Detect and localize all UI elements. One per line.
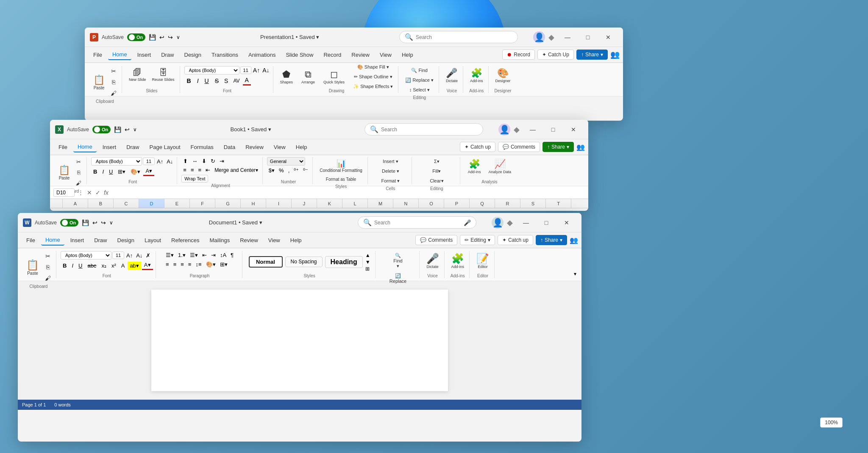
word-multilevel-btn[interactable]: ☰▾ [188, 251, 200, 259]
ppt-fontcolor-btn[interactable]: A [243, 76, 251, 86]
excel-col-d[interactable]: D [139, 199, 164, 208]
excel-analyzedata-btn[interactable]: 📈 Analyze Data [486, 157, 514, 176]
ppt-menu-home[interactable]: Home [108, 50, 131, 60]
ppt-record-btn[interactable]: ⏺ Record [502, 50, 535, 60]
excel-col-l[interactable]: L [342, 199, 368, 208]
excel-bold-btn[interactable]: B [91, 168, 99, 176]
ppt-menu-help[interactable]: Help [398, 50, 417, 60]
ppt-font-selector[interactable]: Aptos (Body) [184, 66, 239, 75]
excel-underline-btn[interactable]: U [107, 168, 115, 176]
word-style-normal[interactable]: Normal [249, 256, 283, 268]
word-autosave-toggle[interactable]: On [60, 219, 78, 226]
excel-search-bar[interactable]: 🔍 [364, 123, 483, 135]
ppt-menu-draw[interactable]: Draw [157, 50, 178, 60]
word-menu-file[interactable]: File [22, 235, 39, 245]
word-font-size-input[interactable]: 11 [112, 251, 124, 259]
word-font-shrink-btn[interactable]: A↓ [135, 252, 144, 259]
ppt-select-btn[interactable]: ↕ Select ▾ [403, 86, 436, 94]
ppt-menu-transitions[interactable]: Transitions [207, 50, 242, 60]
word-para-marks-btn[interactable]: ¶ [229, 251, 235, 259]
word-linespace-btn[interactable]: ↕≡ [194, 260, 203, 268]
excel-fontcolor-btn[interactable]: A▾ [143, 167, 154, 176]
excel-fillcolor-btn[interactable]: 🎨▾ [128, 168, 142, 176]
word-editor-btn[interactable]: 📝 Editor [474, 251, 492, 271]
ppt-arrange-btn[interactable]: ⧉ Arrange [299, 67, 317, 86]
word-borders-btn[interactable]: ⊞▾ [218, 260, 229, 268]
word-decindent-btn[interactable]: ⇤ [200, 251, 209, 259]
excel-close-btn[interactable]: ✕ [564, 123, 583, 136]
word-addins-btn[interactable]: 🧩 Add-ins [449, 251, 467, 271]
excel-menu-data[interactable]: Data [220, 142, 239, 152]
excel-format-painter-btn[interactable]: 🖌 [73, 178, 84, 188]
word-search-input[interactable] [374, 220, 461, 226]
ppt-dictate-btn[interactable]: 🎤 Dictate [443, 66, 460, 85]
ppt-replace-btn[interactable]: 🔄 Replace ▾ [403, 76, 436, 85]
word-maximize-btn[interactable]: □ [537, 216, 556, 229]
ppt-reuse-slides-btn[interactable]: 🗄 Reuse Slides [150, 66, 177, 83]
excel-col-o[interactable]: O [419, 199, 444, 208]
ppt-maximize-btn[interactable]: □ [578, 30, 598, 44]
ppt-font-shrink-icon[interactable]: A↓ [262, 66, 270, 75]
ppt-font-grow-icon[interactable]: A↑ [252, 66, 261, 75]
ppt-quickstyles-btn[interactable]: ◻ Quick Styles [321, 67, 347, 86]
excel-paste-btn[interactable]: 📋 Paste [56, 163, 72, 182]
excel-catchup-btn[interactable]: ✦ Catch up [460, 142, 495, 152]
word-clearformat-btn[interactable]: ✗ [145, 252, 152, 259]
excel-copy-btn[interactable]: ⎘ [73, 168, 84, 177]
excel-menu-review[interactable]: Review [241, 142, 268, 152]
word-sort-btn[interactable]: ↕A [218, 251, 228, 259]
word-menu-review[interactable]: Review [236, 235, 262, 245]
word-italic-btn[interactable]: I [70, 262, 75, 270]
excel-menu-pagelayout[interactable]: Page Layout [145, 142, 185, 152]
excel-font-size-input[interactable]: 11 [143, 157, 155, 165]
ppt-strikethrough-btn[interactable]: S [212, 76, 221, 86]
word-menu-mailings[interactable]: Mailings [206, 235, 234, 245]
excel-col-k[interactable]: K [317, 199, 342, 208]
excel-search-input[interactable] [381, 127, 478, 133]
excel-percent-btn[interactable]: % [277, 166, 286, 174]
excel-font-shrink-btn[interactable]: A↓ [165, 158, 174, 165]
ppt-catchup-btn[interactable]: ✦ Catch Up [537, 50, 574, 60]
ppt-menu-insert[interactable]: Insert [133, 50, 156, 60]
excel-font-grow-btn[interactable]: A↑ [156, 158, 164, 165]
excel-number-format[interactable]: General [267, 157, 305, 166]
excel-undo-icon[interactable]: ↩ [125, 126, 130, 133]
excel-dec-inc-btn[interactable]: ⁰⁺ [292, 166, 300, 174]
ppt-copy-btn[interactable]: ⎘ [108, 77, 119, 87]
excel-col-j[interactable]: J [292, 199, 317, 208]
ppt-autosave-toggle[interactable]: On [127, 33, 145, 41]
ppt-shapes-btn[interactable]: ⬟ Shapes [278, 67, 296, 86]
excel-col-f[interactable]: F [190, 199, 215, 208]
word-menu-design[interactable]: Design [113, 235, 139, 245]
excel-merge-btn[interactable]: Merge and Center▾ [213, 166, 260, 174]
word-mic-icon[interactable]: 🎤 [464, 219, 471, 226]
word-menu-view[interactable]: View [264, 235, 284, 245]
excel-col-s[interactable]: S [520, 199, 546, 208]
excel-col-t[interactable]: T [546, 199, 571, 208]
excel-sum-btn[interactable]: Σ▾ [427, 157, 446, 166]
ppt-redo-icon[interactable]: ↪ [168, 34, 173, 41]
excel-cut-btn[interactable]: ✂ [73, 157, 84, 167]
ppt-menu-slideshow[interactable]: Slide Show [281, 50, 317, 60]
ppt-menu-record[interactable]: Record [319, 50, 345, 60]
ppt-more-icon[interactable]: ∨ [176, 34, 180, 40]
ppt-shapeeffects-btn[interactable]: ✨ Shape Effects ▾ [351, 82, 395, 91]
word-ribbon-expand[interactable]: ▾ [572, 268, 578, 279]
excel-menu-view[interactable]: View [270, 142, 290, 152]
excel-indent-btn[interactable]: ⇥ [218, 157, 226, 165]
word-texteffects-btn[interactable]: A [119, 262, 127, 270]
excel-fill-btn[interactable]: Fill▾ [427, 167, 446, 176]
word-highlight-btn[interactable]: ab▾ [128, 262, 141, 270]
ppt-shapefill-btn[interactable]: 🎨 Shape Fill ▾ [351, 63, 395, 72]
word-comments-btn[interactable]: 💬 Comments [415, 235, 457, 245]
excel-minimize-btn[interactable]: — [523, 123, 542, 136]
excel-col-b[interactable]: B [88, 199, 114, 208]
word-menu-references[interactable]: References [167, 235, 203, 245]
ppt-menu-view[interactable]: View [376, 50, 396, 60]
word-subscript-btn[interactable]: x₂ [99, 262, 108, 270]
word-styles-scroll[interactable]: ▲ ▼ ⊞ [365, 252, 370, 272]
ppt-italic-btn[interactable]: I [195, 76, 201, 86]
ppt-new-slide-btn[interactable]: 🗐 New Slide [126, 66, 149, 83]
word-strikethrough-btn[interactable]: abc [85, 262, 98, 270]
ppt-search-bar[interactable]: 🔍 [399, 31, 518, 43]
